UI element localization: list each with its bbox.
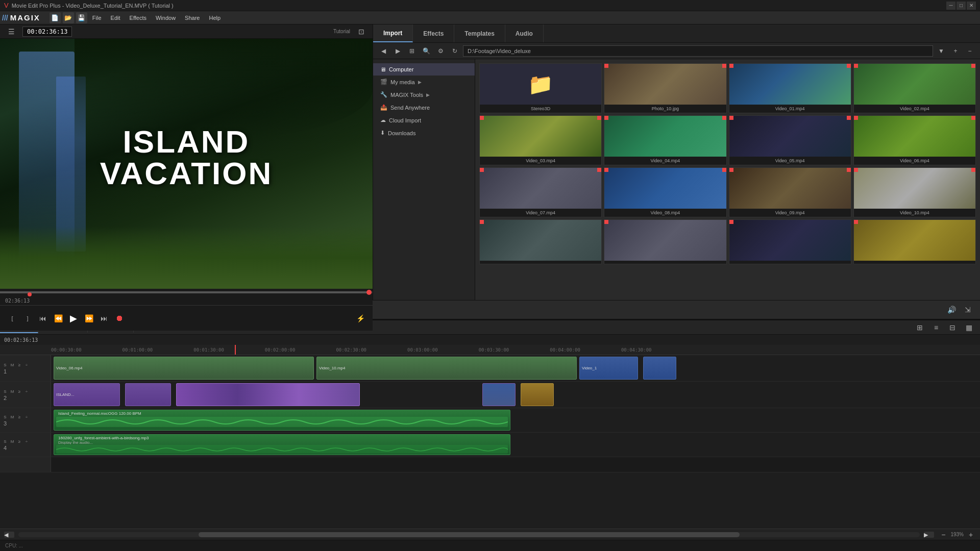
solo-button-3[interactable]: S — [2, 414, 8, 420]
preview-progress-bar[interactable] — [0, 289, 373, 296]
menu-toggle-button[interactable]: ☰ — [4, 26, 18, 38]
clip-gold[interactable] — [521, 383, 554, 406]
save-project-button[interactable]: 💾 — [76, 12, 87, 23]
settings-button[interactable]: ⚙ — [434, 45, 447, 57]
sidebar-item-computer[interactable]: 🖥 Computer — [373, 63, 475, 76]
go-to-start-button[interactable]: ⏮ — [36, 312, 50, 324]
track-3-content[interactable]: Island_Feeling_normal.mxcOGG 120.00 BPM — [51, 408, 980, 432]
track-1-content[interactable]: Video_06.mp4 Video_10.mp4 Video_1 — [51, 355, 980, 381]
split-button-3[interactable]: ÷ — [23, 414, 30, 420]
view-mode-4[interactable]: ▦ — [962, 320, 976, 335]
lock-button-2[interactable]: ≥ — [16, 388, 22, 394]
view-mode-2[interactable]: ≡ — [929, 320, 943, 335]
sidebar-item-send-anywhere[interactable]: 📤 Send Anywhere — [373, 101, 475, 114]
media-item-stereo3d[interactable]: 📁 Stereo3D — [479, 63, 602, 113]
lock-button-3[interactable]: ≥ — [16, 414, 22, 420]
solo-button-4[interactable]: S — [2, 438, 8, 444]
media-item-video06[interactable]: Video_06.mp4 — [853, 115, 976, 165]
expand-button[interactable]: ⇲ — [961, 303, 975, 317]
sidebar-item-downloads[interactable]: ⬇ Downloads — [373, 127, 475, 139]
clip-audio-music[interactable]: Island_Feeling_normal.mxcOGG 120.00 BPM — [54, 410, 510, 431]
tab-import[interactable]: Import — [373, 24, 413, 42]
menu-file[interactable]: File — [88, 14, 106, 22]
media-item-video08[interactable]: Video_08.mp4 — [604, 167, 726, 217]
close-button[interactable]: ✕ — [967, 2, 976, 10]
menu-share[interactable]: Share — [181, 14, 204, 22]
tab-templates[interactable]: Templates — [454, 24, 505, 42]
scroll-left-button[interactable]: ◀ — [4, 532, 14, 538]
menu-window[interactable]: Window — [152, 14, 180, 22]
solo-button-1[interactable]: S — [2, 362, 8, 368]
view-mode-3[interactable]: ⊟ — [945, 320, 960, 335]
scrollbar-thumb[interactable] — [199, 532, 740, 537]
add-to-timeline-button[interactable]: + — [949, 45, 962, 57]
menu-edit[interactable]: Edit — [107, 14, 125, 22]
tab-effects[interactable]: Effects — [413, 24, 454, 42]
mark-out-button[interactable]: ] — [20, 312, 35, 324]
maximize-button[interactable]: □ — [957, 2, 966, 10]
clip-audio-ambient[interactable]: 160280_unfg_forest-ambient-with-a-birdso… — [54, 434, 510, 455]
tab-audio[interactable]: Audio — [505, 24, 544, 42]
playhead-marker[interactable] — [366, 290, 372, 295]
nav-forward-button[interactable]: ▶ — [391, 45, 404, 57]
clip-video-blue2[interactable] — [643, 357, 676, 380]
path-dropdown-button[interactable]: ▼ — [935, 45, 947, 57]
sidebar-item-magix-tools[interactable]: 🔧 MAGIX Tools ▶ — [373, 88, 475, 101]
split-button-2[interactable]: ÷ — [23, 388, 30, 394]
media-item-photo10[interactable]: Photo_10.jpg — [604, 63, 726, 113]
media-item-13[interactable] — [729, 219, 851, 264]
path-display[interactable]: D:\Footage\Video_deluxe — [463, 45, 933, 57]
mute-button-3[interactable]: M — [9, 414, 15, 420]
menu-help[interactable]: Help — [205, 14, 225, 22]
scroll-right-button[interactable]: ▶ — [924, 532, 934, 538]
refresh-button[interactable]: ↻ — [449, 45, 461, 57]
media-item-11[interactable] — [479, 219, 602, 264]
search-button[interactable]: 🔍 — [420, 45, 432, 57]
clip-blue-mix[interactable] — [482, 383, 516, 406]
mark-in-button[interactable]: [ — [5, 312, 19, 324]
step-forward-button[interactable]: ⏩ — [82, 312, 96, 324]
remove-button[interactable]: − — [964, 45, 976, 57]
clip-video06[interactable]: Video_06.mp4 — [54, 357, 314, 380]
solo-button-2[interactable]: S — [2, 388, 8, 394]
track-4-content[interactable]: 160280_unfg_forest-ambient-with-a-birdso… — [51, 433, 980, 457]
step-back-button[interactable]: ⏪ — [51, 312, 65, 324]
lock-button-4[interactable]: ≥ — [16, 438, 22, 444]
minimize-button[interactable]: ─ — [946, 2, 955, 10]
menu-effects[interactable]: Effects — [126, 14, 151, 22]
clip-purple2[interactable] — [125, 383, 171, 406]
clip-video-blue1[interactable]: Video_1 — [579, 357, 638, 380]
mute-button-4[interactable]: M — [9, 438, 15, 444]
media-item-video04[interactable]: Video_04.mp4 — [604, 115, 726, 165]
volume-button[interactable]: 🔊 — [944, 303, 959, 317]
clip-image-strip[interactable] — [176, 383, 360, 406]
open-project-button[interactable]: 📂 — [63, 12, 74, 23]
media-item-video03[interactable]: Video_03.mp4 — [479, 115, 602, 165]
play-button[interactable]: ▶ — [66, 312, 81, 324]
split-button-4[interactable]: ÷ — [23, 438, 30, 444]
nav-back-button[interactable]: ◀ — [377, 45, 389, 57]
media-item-video02[interactable]: Video_02.mp4 — [853, 63, 976, 113]
track-2-content[interactable]: ISLAND... — [51, 382, 980, 408]
zoom-out-button[interactable]: − — [938, 530, 948, 540]
clip-island-title[interactable]: ISLAND... — [54, 383, 120, 406]
media-item-video07[interactable]: Video_07.mp4 — [479, 167, 602, 217]
media-item-12[interactable] — [604, 219, 726, 264]
playback-options-button[interactable]: ⚡ — [353, 312, 368, 324]
sidebar-item-cloud-import[interactable]: ☁ Cloud Import — [373, 114, 475, 127]
mute-button-2[interactable]: M — [9, 388, 15, 394]
media-item-video05[interactable]: Video_05.mp4 — [729, 115, 851, 165]
go-to-end-button[interactable]: ⏭ — [97, 312, 111, 324]
fullscreen-button[interactable]: ⊡ — [354, 26, 369, 38]
horizontal-scrollbar[interactable] — [18, 532, 920, 537]
view-mode-1[interactable]: ⊞ — [913, 320, 927, 335]
mute-button-1[interactable]: M — [9, 362, 15, 368]
split-button-1[interactable]: ÷ — [23, 362, 30, 368]
zoom-in-button[interactable]: + — [966, 530, 976, 540]
new-project-button[interactable]: 📄 — [50, 12, 61, 23]
media-item-video01[interactable]: Video_01.mp4 — [729, 63, 851, 113]
view-toggle-button[interactable]: ⊞ — [406, 45, 418, 57]
media-item-video09[interactable]: Video_09.mp4 — [729, 167, 851, 217]
lock-button-1[interactable]: ≥ — [16, 362, 22, 368]
media-item-video10[interactable]: Video_10.mp4 — [853, 167, 976, 217]
